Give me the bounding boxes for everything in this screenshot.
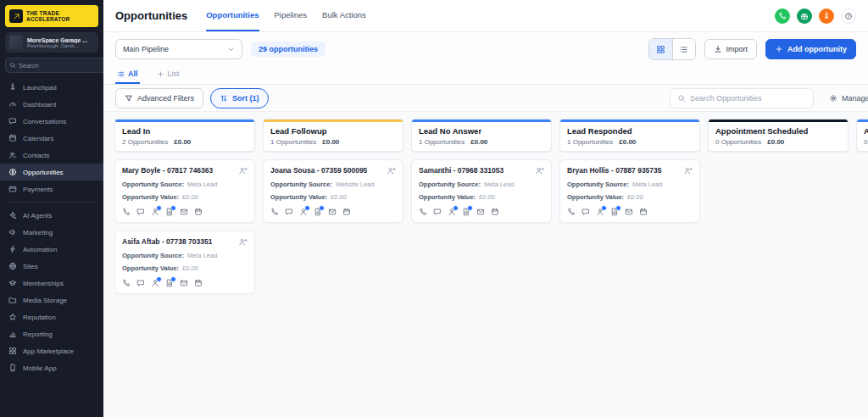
- assign-user-icon[interactable]: [238, 237, 248, 247]
- add-opportunity-button[interactable]: Add opportunity: [765, 39, 856, 59]
- sort-button[interactable]: Sort (1): [210, 88, 269, 108]
- opportunity-card[interactable]: Samanthi - 07968 331053 Opportunity Sour…: [411, 159, 552, 223]
- chat-icon[interactable]: [136, 208, 145, 216]
- appointment-icon[interactable]: [491, 208, 499, 216]
- header-tab-pipelines[interactable]: Pipelines: [275, 0, 308, 31]
- opportunity-card[interactable]: Bryan Hollis - 07887 935735 Opportunity …: [559, 159, 700, 223]
- column-header[interactable]: Lead Responded 1 Opportunities £0.00: [559, 119, 700, 152]
- pipeline-select[interactable]: Main Pipeline: [115, 39, 242, 59]
- assign-user-icon[interactable]: [683, 166, 693, 175]
- email-icon[interactable]: [180, 279, 188, 287]
- opportunity-card[interactable]: Asifa Aftab - 07738 703351 Opportunity S…: [114, 231, 255, 294]
- advanced-filters-button[interactable]: Advanced Filters: [115, 88, 203, 108]
- phone-icon[interactable]: [122, 279, 131, 287]
- sidebar-item-label: Dashboard: [23, 101, 56, 108]
- phone-icon[interactable]: [419, 208, 427, 216]
- sidebar-item-sites[interactable]: Sites: [0, 258, 103, 275]
- column-header[interactable]: Appointment Scheduled 0 Opportunities £0…: [708, 119, 849, 152]
- assign-user-icon[interactable]: [238, 166, 248, 175]
- sidebar-item-label: Conversations: [23, 118, 66, 125]
- opportunity-source-value: Meta Lead: [632, 181, 662, 188]
- appointment-icon[interactable]: [194, 208, 203, 216]
- updates-icon[interactable]: [819, 8, 834, 24]
- referrals-icon[interactable]: [797, 8, 812, 24]
- contact-icon[interactable]: [299, 208, 308, 216]
- sidebar-item-contacts[interactable]: Contacts: [0, 147, 103, 164]
- smart-list-tabs: All List: [103, 63, 868, 85]
- card-action-icons: [122, 208, 248, 216]
- sidebar-item-label: Payments: [23, 186, 53, 193]
- column-header[interactable]: Lead No Answer 1 Opportunities £0.00: [411, 119, 552, 152]
- chat-icon[interactable]: [136, 279, 145, 287]
- column-header[interactable]: Lead In 2 Opportunities £0.00: [114, 119, 255, 152]
- search-opportunities[interactable]: [670, 88, 814, 108]
- notes-icon[interactable]: [462, 208, 470, 216]
- manage-fields-button[interactable]: Manage Fields: [821, 88, 868, 108]
- email-icon[interactable]: [180, 208, 188, 216]
- column-header[interactable]: Lead Followup 1 Opportunities £0.00: [263, 119, 403, 152]
- assign-user-icon[interactable]: [535, 166, 544, 175]
- list-view-button[interactable]: [672, 39, 695, 59]
- grid-icon: [656, 45, 665, 54]
- list-icon: [679, 45, 688, 54]
- page-title: Opportunities: [115, 9, 187, 22]
- chat-icon[interactable]: [285, 208, 293, 216]
- appointment-icon[interactable]: [639, 208, 648, 216]
- email-icon[interactable]: [328, 208, 337, 216]
- sidebar-item-conversations[interactable]: Conversations: [0, 113, 103, 130]
- add-list-button[interactable]: List: [155, 65, 181, 84]
- email-icon[interactable]: [625, 208, 633, 216]
- sidebar-item-dashboard[interactable]: Dashboard: [0, 96, 103, 113]
- sidebar-search-input[interactable]: [19, 62, 101, 70]
- sidebar-item-mobile-app[interactable]: Mobile App: [0, 359, 103, 376]
- appointment-icon[interactable]: [194, 279, 203, 287]
- sidebar-item-automation[interactable]: Automation: [0, 241, 103, 258]
- phone-icon[interactable]: [122, 208, 131, 216]
- phone-icon[interactable]: [567, 208, 576, 216]
- advanced-filters-label: Advanced Filters: [137, 94, 194, 103]
- column-header[interactable]: Appointment 0 Opportunities £0.00: [856, 119, 868, 152]
- opportunity-card[interactable]: Joana Sousa - 07359 500095 Opportunity S…: [263, 159, 403, 223]
- sidebar-item-marketing[interactable]: Marketing: [0, 224, 103, 241]
- sidebar-item-launchpad[interactable]: Launchpad: [0, 79, 103, 96]
- chat-icon[interactable]: [433, 208, 442, 216]
- account-switcher[interactable]: MoreSpace Garage ... Peterborough, Camb.…: [5, 32, 98, 53]
- chat-icon[interactable]: [581, 208, 590, 216]
- assign-user-icon[interactable]: [387, 166, 396, 175]
- header-tab-opportunities[interactable]: Opportunities: [206, 0, 259, 31]
- sidebar-item-calendars[interactable]: Calendars: [0, 130, 103, 147]
- sidebar-item-payments[interactable]: Payments: [0, 181, 103, 197]
- sidebar-item-memberships[interactable]: Memberships: [0, 275, 103, 292]
- notes-icon[interactable]: [314, 208, 322, 216]
- search-opportunities-input[interactable]: [690, 94, 806, 103]
- column-count: 0 Opportunities: [715, 138, 761, 146]
- contact-icon[interactable]: [596, 208, 604, 216]
- phone-icon[interactable]: [270, 208, 279, 216]
- app: THE TRADE ACCELERATOR MoreSpace Garage .…: [0, 0, 868, 417]
- email-icon[interactable]: [476, 208, 485, 216]
- sidebar-item-reputation[interactable]: Reputation: [0, 309, 103, 325]
- sidebar-item-ai-agents[interactable]: AI Agents: [0, 207, 103, 224]
- sidebar-item-media-storage[interactable]: Media Storage: [0, 292, 103, 309]
- import-button[interactable]: Import: [704, 39, 758, 59]
- notes-icon[interactable]: [610, 208, 619, 216]
- appointment-icon[interactable]: [342, 208, 351, 216]
- sidebar-item-reporting[interactable]: Reporting: [0, 325, 103, 342]
- header-tab-bulk-actions[interactable]: Bulk Actions: [322, 0, 366, 31]
- grid-view-button[interactable]: [649, 39, 672, 59]
- contact-icon[interactable]: [151, 279, 159, 287]
- sidebar-item-app-marketplace[interactable]: App Marketplace: [0, 342, 103, 359]
- opportunity-source-label: Opportunity Source:: [122, 252, 184, 259]
- notes-icon[interactable]: [165, 208, 174, 216]
- column-name: Lead In: [122, 126, 248, 136]
- phone-icon[interactable]: [775, 8, 790, 24]
- help-icon[interactable]: [841, 8, 856, 24]
- tab-all[interactable]: All: [115, 65, 140, 84]
- notes-icon[interactable]: [165, 279, 174, 287]
- opportunity-card[interactable]: Mary Boyle - 07817 746363 Opportunity So…: [114, 159, 255, 223]
- sidebar-item-opportunities[interactable]: Opportunities: [0, 164, 103, 181]
- contact-icon[interactable]: [151, 208, 159, 216]
- download-icon: [714, 45, 722, 53]
- opportunity-source-value: Website Lead: [336, 181, 375, 188]
- contact-icon[interactable]: [448, 208, 456, 216]
